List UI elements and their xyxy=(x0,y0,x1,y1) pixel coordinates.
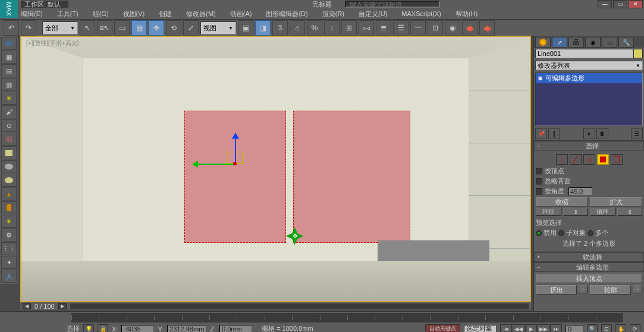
preview-off-radio[interactable] xyxy=(536,230,542,236)
app-icon[interactable]: MAX xyxy=(0,0,18,18)
shrink-button[interactable]: 收缩 xyxy=(536,197,588,206)
constraint-icon[interactable]: ⊙ xyxy=(1,119,17,132)
biped-icon[interactable]: 人 xyxy=(1,270,17,283)
selected-polygon-2[interactable] xyxy=(293,111,410,243)
select-object-button[interactable]: ↖ xyxy=(80,20,95,36)
object-name-input[interactable] xyxy=(535,49,633,58)
undo-button[interactable]: ↶ xyxy=(4,20,19,36)
next-frame-button[interactable]: ▶▶ xyxy=(538,324,549,332)
light-icon[interactable]: ☀ xyxy=(1,92,17,105)
play-button[interactable]: ▶ xyxy=(525,324,537,332)
box-prim-icon[interactable] xyxy=(1,146,17,159)
vertex-subobj-button[interactable]: ⋮ xyxy=(556,154,568,165)
named-sets-button[interactable]: ⊞ xyxy=(341,20,357,36)
redo-button[interactable]: ↷ xyxy=(21,20,36,36)
grow-button[interactable]: 扩大 xyxy=(590,197,642,206)
outline-settings-button[interactable]: ▫ xyxy=(633,285,642,293)
z-coord-field[interactable]: 0.0mm xyxy=(219,325,252,333)
selection-filter-dropdown[interactable]: 全部▼ xyxy=(42,21,78,35)
schematic-button[interactable]: ⊡ xyxy=(428,20,443,36)
extrude-settings-button[interactable]: ▫ xyxy=(579,285,588,293)
render-button[interactable]: 🫖 xyxy=(479,20,495,36)
refcoord-dropdown[interactable]: 视图▼ xyxy=(200,21,236,35)
angle-spinner[interactable]: 45.0 xyxy=(568,187,592,196)
goto-end-button[interactable]: ⏭ xyxy=(550,324,562,332)
menu-help[interactable]: 帮助(H) xyxy=(455,10,477,18)
sphere-prim-icon[interactable] xyxy=(1,160,17,173)
remove-mod-button[interactable]: 🗑 xyxy=(596,129,608,139)
menu-tools[interactable]: 工具(T) xyxy=(57,10,78,18)
graphite-freeform-button[interactable]: ▤ xyxy=(1,64,17,77)
edge-subobj-button[interactable]: ╱ xyxy=(570,154,582,165)
menu-maxscript[interactable]: MAXScript(X) xyxy=(401,10,441,17)
menu-views[interactable]: 视图(V) xyxy=(123,10,145,18)
menu-modifiers[interactable]: 修改器(M) xyxy=(186,10,216,18)
render-setup-button[interactable]: 🫖 xyxy=(462,20,477,36)
menu-edit[interactable]: 编辑(E) xyxy=(21,10,43,18)
insert-vertex-button[interactable]: 插入顶点 xyxy=(536,274,642,283)
element-subobj-button[interactable] xyxy=(611,154,623,165)
ring-button[interactable]: 环形 xyxy=(536,208,561,216)
move-button[interactable]: ✥ xyxy=(149,20,164,36)
window-crossing-button[interactable]: ▦ xyxy=(131,20,147,36)
menu-create[interactable]: 创建 xyxy=(159,10,172,18)
sphere2-icon[interactable] xyxy=(1,174,17,187)
menu-group[interactable]: 组(G) xyxy=(93,10,109,18)
curve-editor-button[interactable]: 〰 xyxy=(410,20,426,36)
mirror-button[interactable]: ▹◃ xyxy=(359,20,374,36)
configure-sets-button[interactable]: ☰ xyxy=(631,129,643,139)
polygon-subobj-button[interactable] xyxy=(597,154,609,165)
by-angle-checkbox[interactable] xyxy=(536,188,542,195)
helper-icon[interactable]: ✦ xyxy=(1,256,17,269)
cylinder-icon[interactable] xyxy=(1,201,17,214)
modify-tab[interactable]: ↗ xyxy=(552,37,567,48)
spinner-snap-button[interactable]: ↕ xyxy=(324,20,340,36)
loop-button[interactable]: 循环 xyxy=(590,208,615,216)
orbit-button[interactable]: ⟳ xyxy=(630,324,640,332)
timeline-track[interactable] xyxy=(71,313,623,322)
pan-button[interactable]: ✋ xyxy=(615,324,626,332)
cone-prim-icon[interactable]: ▲ xyxy=(1,187,17,201)
percent-snap-button[interactable]: % xyxy=(307,20,322,36)
make-unique-button[interactable]: ∨ xyxy=(583,129,595,139)
object-color-swatch[interactable] xyxy=(633,49,643,58)
align-button[interactable]: ≣ xyxy=(376,20,391,36)
prev-frame-button[interactable]: ◀◀ xyxy=(513,324,524,332)
perspective-viewport[interactable]: [+][透视][平滑+高光] ✥ xyxy=(20,36,531,302)
loop-spinner[interactable]: ⇕ xyxy=(617,208,643,216)
minimize-button[interactable]: — xyxy=(598,0,612,8)
zoom-all-button[interactable]: ⊡ xyxy=(601,324,612,332)
menu-customize[interactable]: 自定义(U) xyxy=(359,10,387,18)
select-manipulate-button[interactable]: ◨ xyxy=(255,20,271,36)
lock-button[interactable]: 🔒 xyxy=(98,324,108,332)
time-prev-button[interactable]: ◀ xyxy=(23,303,31,309)
modifier-item-editpoly[interactable]: ▣ 可编辑多边形 xyxy=(536,73,642,83)
expand-icon[interactable]: ▣ xyxy=(538,76,543,81)
select-by-name-button[interactable]: ≡↖ xyxy=(97,20,112,36)
by-vertex-checkbox[interactable] xyxy=(536,168,542,174)
menu-animation[interactable]: 动画(A) xyxy=(230,10,252,18)
lock-selection-button[interactable]: 💡 xyxy=(83,324,94,332)
teapot-icon[interactable] xyxy=(1,37,17,50)
time-slider-track[interactable] xyxy=(70,303,529,309)
maximize-button[interactable]: ▭ xyxy=(613,0,627,8)
modifier-list-dropdown[interactable]: 修改器列表▼ xyxy=(535,61,643,70)
keyfilter-dropdown[interactable]: 选定对象 xyxy=(464,325,497,333)
graphite-select-button[interactable]: ▥ xyxy=(1,78,17,91)
selection-rollout-header[interactable]: −选择 xyxy=(534,141,644,151)
angle-snap-button[interactable]: ⌂ xyxy=(290,20,305,36)
pivot-button[interactable]: ▣ xyxy=(238,20,253,36)
scale-button[interactable]: ⤢ xyxy=(183,20,199,36)
snap-3d-button[interactable]: 3 xyxy=(272,20,288,36)
link-icon[interactable]: ⛓ xyxy=(1,133,17,146)
particles-icon[interactable]: ⋮⋮ xyxy=(1,242,17,255)
extrude-button[interactable]: 挤出 xyxy=(536,285,577,295)
utilities-tab[interactable]: 🔧 xyxy=(618,37,634,48)
softsel-rollout-header[interactable]: +软选择 xyxy=(534,252,644,262)
motion-tab[interactable]: ◉ xyxy=(585,37,601,48)
editpoly-rollout-header[interactable]: −编辑多边形 xyxy=(534,262,644,272)
help-search-input[interactable] xyxy=(345,1,440,8)
show-end-button[interactable]: ║ xyxy=(548,129,560,139)
layers-button[interactable]: ☰ xyxy=(393,20,409,36)
pin-stack-button[interactable]: 📌 xyxy=(535,129,547,139)
